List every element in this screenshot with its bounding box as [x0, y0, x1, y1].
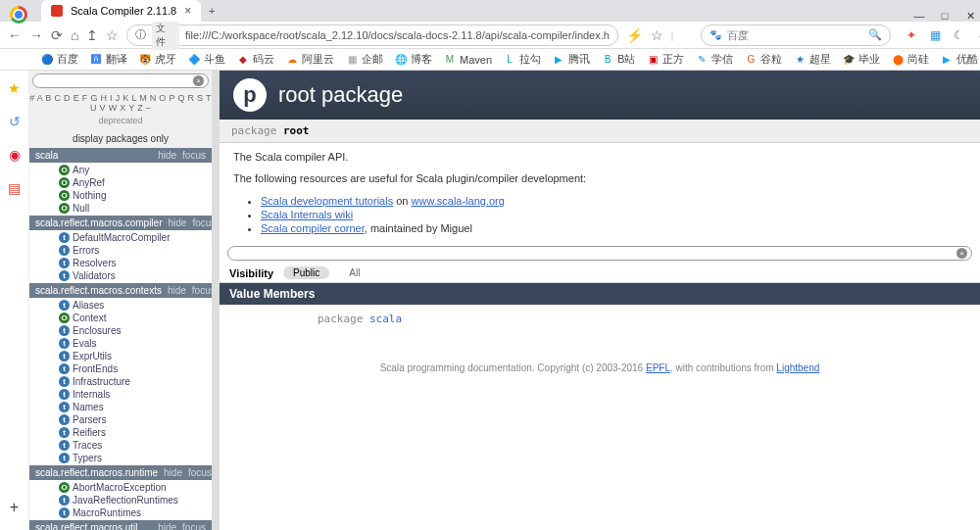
package-item[interactable]: tFrontEnds [29, 362, 212, 375]
bookmark-item[interactable]: 🌐博客 [395, 52, 432, 67]
type-link[interactable]: DefaultMacroCompiler [73, 232, 170, 243]
package-item[interactable]: tNames [29, 401, 212, 413]
type-link[interactable]: AbortMacroException [73, 482, 167, 493]
member-filter-clear-icon[interactable]: × [956, 248, 967, 259]
bookmark-item[interactable]: ▣正方 [647, 52, 684, 67]
window-maximize-icon[interactable]: □ [939, 10, 951, 22]
type-link[interactable]: Reifiers [73, 427, 106, 438]
sidebar-history-icon[interactable]: ↺ [7, 114, 23, 129]
visibility-public[interactable]: Public [283, 266, 329, 279]
sidebar-weibo-icon[interactable]: ◉ [7, 147, 23, 163]
package-header[interactable]: scala.reflect.macros.contextshidefocus [29, 283, 212, 298]
hide-link[interactable]: hide [168, 285, 186, 296]
package-header[interactable]: scala.reflect.macros.compilerhidefocus [29, 216, 212, 230]
package-item[interactable]: OContext [29, 312, 212, 324]
bookmark-item[interactable]: 🅰翻译 [90, 52, 127, 67]
type-link[interactable]: JavaReflectionRuntimes [73, 495, 178, 506]
visibility-all[interactable]: All [339, 266, 369, 279]
hide-link[interactable]: hide [164, 467, 182, 478]
package-item[interactable]: OAbortMacroException [29, 481, 212, 494]
window-minimize-icon[interactable]: — [913, 10, 925, 22]
package-item[interactable]: tJavaReflectionRuntimes [29, 494, 212, 506]
package-filter-input[interactable] [32, 73, 209, 88]
package-item[interactable]: tMacroRuntimes [29, 506, 212, 519]
bookmark-item[interactable]: 🐯虎牙 [139, 52, 176, 67]
package-item[interactable]: OAny [29, 164, 212, 176]
reload-icon[interactable]: ⟳ [51, 25, 63, 45]
bookmark-item[interactable]: ▶优酷 [941, 52, 978, 67]
bookmark-item[interactable]: ⬤尚硅 [892, 52, 929, 67]
type-link[interactable]: Internals [73, 389, 110, 400]
bookmark-star-icon[interactable]: ☆ [651, 25, 663, 45]
new-tab-button[interactable]: + [201, 0, 222, 22]
bookmark-item[interactable]: 🎓毕业 [843, 52, 880, 67]
type-link[interactable]: Null [73, 203, 89, 214]
package-item[interactable]: tTraces [29, 439, 212, 452]
sidebar-star-icon[interactable]: ★ [7, 80, 23, 96]
type-link[interactable]: FrontEnds [73, 363, 118, 374]
package-item[interactable]: ONothing [29, 189, 212, 202]
url-input[interactable]: ⓘ 文件 file:///C:/workspace/root/scala_2.1… [126, 24, 617, 46]
type-link[interactable]: Resolvers [73, 258, 116, 268]
translate-icon[interactable]: ⚡ [626, 25, 643, 45]
hide-link[interactable]: hide [158, 522, 176, 530]
bookmark-item[interactable]: 🔵百度 [41, 52, 78, 67]
package-item[interactable]: tErrors [29, 244, 212, 257]
package-item[interactable]: tTypers [29, 452, 212, 464]
package-item[interactable]: tExprUtils [29, 350, 212, 362]
back-icon[interactable]: ← [8, 25, 22, 45]
type-link[interactable]: MacroRuntimes [73, 507, 141, 518]
focus-link[interactable]: focus [182, 522, 206, 530]
type-link[interactable]: Typers [73, 453, 102, 463]
package-item[interactable]: OAnyRef [29, 176, 212, 189]
ext-icon-2[interactable]: ▦ [928, 28, 942, 42]
forward-icon[interactable]: → [29, 25, 43, 45]
sidebar-pdf-icon[interactable]: ▤ [7, 180, 23, 196]
deprecated-link[interactable]: deprecated [29, 115, 212, 129]
type-link[interactable]: Nothing [73, 190, 106, 201]
package-item[interactable]: tEvals [29, 337, 212, 350]
type-link[interactable]: Aliases [73, 300, 104, 311]
window-close-icon[interactable]: ✕ [964, 10, 976, 22]
bookmark-item[interactable]: BB站 [602, 52, 635, 67]
focus-link[interactable]: focus [192, 285, 212, 296]
filter-clear-icon[interactable]: × [193, 75, 204, 86]
type-link[interactable]: AnyRef [73, 177, 105, 188]
ext-icon-moon[interactable]: ☾ [952, 28, 965, 42]
type-link[interactable]: Validators [73, 270, 116, 281]
type-link[interactable]: Parsers [73, 414, 106, 425]
package-header[interactable]: scalahidefocus [29, 148, 212, 163]
tab-close-icon[interactable]: × [184, 4, 191, 18]
member-link-scala[interactable]: scala [369, 313, 402, 325]
focus-link[interactable]: focus [188, 467, 212, 478]
alpha-nav[interactable]: # A B C D E F G H I J K L M N O P Q R S … [29, 91, 212, 115]
type-link[interactable]: Context [73, 313, 106, 323]
type-link[interactable]: Traces [73, 440, 102, 451]
type-link[interactable]: Errors [73, 245, 99, 256]
package-item[interactable]: tAliases [29, 299, 212, 312]
package-item[interactable]: tParsers [29, 413, 212, 426]
ext-icon-1[interactable]: ✦ [905, 28, 918, 42]
sidebar-add-icon[interactable]: + [10, 499, 19, 516]
type-link[interactable]: Infrastructure [73, 376, 130, 387]
package-item[interactable]: tDefaultMacroCompiler [29, 231, 212, 244]
package-header[interactable]: scala.reflect.macros.runtimehidefocus [29, 465, 212, 480]
bookmark-item[interactable]: ✎学信 [696, 52, 733, 67]
display-packages-only[interactable]: display packages only [29, 129, 212, 148]
bookmark-item[interactable]: ☁阿里云 [286, 52, 334, 67]
focus-link[interactable]: focus [192, 217, 212, 228]
search-mag-icon[interactable]: 🔍 [868, 28, 882, 41]
hide-link[interactable]: hide [158, 150, 176, 161]
type-link[interactable]: Enclosures [73, 325, 121, 336]
up-icon[interactable]: ↥ [86, 25, 98, 45]
bookmark-item[interactable]: 🔷斗鱼 [188, 52, 225, 67]
bookmark-item[interactable]: ★超星 [794, 52, 831, 67]
package-item[interactable]: tValidators [29, 269, 212, 282]
home-icon[interactable]: ⌂ [71, 25, 78, 45]
bookmark-item[interactable]: MMaven [444, 54, 492, 66]
bookmark-item[interactable]: ◆码云 [237, 52, 274, 67]
bookmark-item[interactable]: ▶腾讯 [553, 52, 590, 67]
bookmark-item[interactable]: ▦企邮 [346, 52, 383, 67]
type-link[interactable]: ExprUtils [73, 351, 112, 361]
type-link[interactable]: Names [73, 402, 104, 412]
